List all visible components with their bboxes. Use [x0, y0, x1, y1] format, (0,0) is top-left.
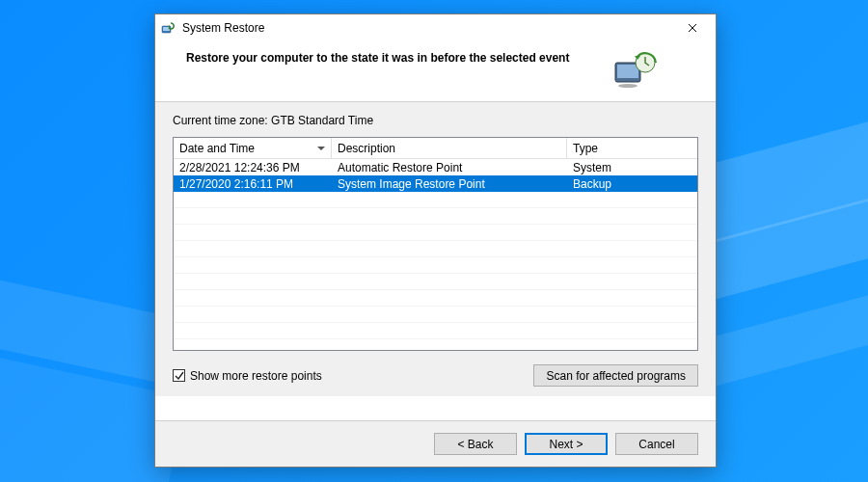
restore-hero-icon	[611, 51, 658, 90]
table-row[interactable]: 1/27/2020 2:16:11 PMSystem Image Restore…	[174, 175, 697, 192]
table-row[interactable]: 2/28/2021 12:24:36 PMAutomatic Restore P…	[174, 159, 697, 175]
svg-point-4	[618, 84, 637, 88]
cancel-button[interactable]: Cancel	[615, 433, 698, 455]
titlebar[interactable]: System Restore	[155, 14, 716, 41]
svg-rect-3	[617, 65, 638, 78]
next-button[interactable]: Next >	[525, 433, 608, 455]
show-more-label: Show more restore points	[190, 369, 322, 383]
scan-affected-button[interactable]: Scan for affected programs	[533, 364, 698, 387]
cell-type: System	[567, 161, 697, 174]
wizard-header: Restore your computer to the state it wa…	[155, 41, 716, 101]
wizard-footer: < Back Next > Cancel	[155, 420, 716, 467]
window-title: System Restore	[182, 21, 675, 35]
empty-row	[174, 323, 697, 339]
svg-rect-1	[163, 27, 170, 31]
restore-points-table: Date and Time Description Type 2/28/2021…	[173, 137, 698, 351]
back-button[interactable]: < Back	[434, 433, 517, 455]
cell-date: 2/28/2021 12:24:36 PM	[174, 161, 332, 174]
table-body: 2/28/2021 12:24:36 PMAutomatic Restore P…	[174, 159, 697, 351]
system-restore-dialog: System Restore Restore your computer to …	[154, 13, 717, 468]
column-header-description[interactable]: Description	[332, 138, 567, 159]
cell-date: 1/27/2020 2:16:11 PM	[174, 177, 332, 191]
empty-row	[174, 307, 697, 323]
empty-row	[174, 257, 697, 274]
empty-row	[174, 274, 697, 290]
empty-row	[174, 241, 697, 257]
table-header: Date and Time Description Type	[174, 138, 697, 159]
timezone-label: Current time zone: GTB Standard Time	[173, 114, 698, 127]
column-header-type[interactable]: Type	[567, 138, 697, 159]
empty-row	[174, 208, 697, 225]
empty-row	[174, 225, 697, 241]
checkbox-icon	[173, 369, 185, 382]
show-more-checkbox[interactable]: Show more restore points	[173, 369, 533, 383]
wizard-heading: Restore your computer to the state it wa…	[186, 51, 604, 65]
close-button[interactable]	[675, 17, 710, 39]
cell-desc: Automatic Restore Point	[332, 161, 567, 174]
empty-row	[174, 339, 697, 351]
dialog-body: Current time zone: GTB Standard Time Dat…	[155, 102, 716, 396]
empty-row	[174, 290, 697, 307]
restore-icon	[161, 20, 176, 36]
empty-row	[174, 192, 697, 208]
cell-type: Backup	[567, 177, 697, 191]
column-header-date[interactable]: Date and Time	[174, 138, 332, 159]
close-icon	[688, 21, 697, 36]
cell-desc: System Image Restore Point	[332, 177, 567, 191]
